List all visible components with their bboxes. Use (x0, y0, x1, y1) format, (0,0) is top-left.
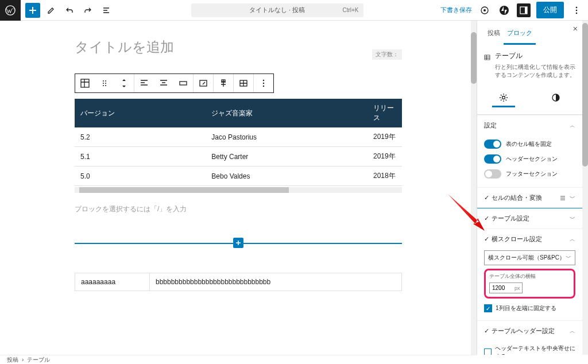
svg-point-8 (576, 12, 578, 14)
editor-scrollbar[interactable] (471, 21, 477, 355)
align-wide-icon[interactable] (173, 74, 193, 92)
character-count: 文字数： (372, 49, 402, 60)
settings-tab-icon[interactable] (492, 91, 515, 107)
wordpress-logo[interactable] (0, 0, 21, 21)
toolbar-left (0, 0, 114, 21)
table-row: 5.0Bebo Valdes2018年 (75, 166, 402, 186)
panel-table-settings[interactable]: テーブル設定﹀ (477, 208, 583, 229)
crumb-table[interactable]: テーブル (27, 356, 50, 364)
command-shortcut: Ctrl+K (342, 7, 358, 13)
svg-rect-23 (485, 55, 490, 60)
sidebar-scrollbar[interactable] (582, 21, 588, 355)
edit-tool-icon[interactable] (44, 3, 59, 18)
block-info: テーブル 行と列に構造化して情報を表示するコンテンツを作成します。 (477, 44, 582, 86)
width-annotation-highlight: テーブル全体の横幅 px (484, 269, 575, 299)
tab-post[interactable]: 投稿 (484, 26, 504, 44)
svg-rect-16 (180, 82, 187, 85)
block-description: 行と列に構造化して情報を表示するコンテンツを作成します。 (495, 63, 575, 79)
add-block-button[interactable] (25, 3, 40, 18)
settings-sidebar-toggle[interactable] (517, 3, 531, 17)
more-options-icon[interactable] (570, 3, 583, 17)
center-header-checkbox[interactable] (484, 348, 492, 355)
toggle-fixed-width[interactable] (484, 140, 501, 149)
editor-canvas: タイトルを追加 文字数： (0, 21, 477, 355)
table-row: 5.1Betty Carter2019年 (75, 147, 402, 166)
inspector-tabs (477, 86, 582, 115)
svg-point-14 (103, 85, 104, 86)
toolbar-center: タイトルなし · 投稿 Ctrl+K (114, 3, 440, 17)
jetpack-icon[interactable] (497, 3, 511, 17)
post-title-input[interactable]: タイトルを追加 (75, 38, 402, 56)
sidebar-tabs: 投稿 ブロック × (477, 21, 582, 44)
options-icon (559, 195, 566, 202)
svg-point-12 (103, 83, 104, 84)
settings-sidebar: 投稿 ブロック × テーブル 行と列に構造化して情報を表示するコンテンツを作成し… (477, 21, 588, 355)
styles-tab-icon[interactable] (544, 91, 567, 107)
panel-settings-header[interactable]: 設定︿ (477, 115, 582, 135)
svg-point-2 (483, 9, 486, 11)
svg-point-24 (502, 96, 505, 99)
svg-point-11 (105, 80, 106, 82)
table-header-cell[interactable]: バージョン (75, 99, 206, 127)
svg-point-6 (576, 6, 578, 8)
publish-button[interactable]: 公開 (536, 2, 564, 18)
align-left-icon[interactable] (134, 74, 154, 92)
document-title-bar[interactable]: タイトルなし · 投稿 Ctrl+K (191, 3, 363, 17)
panel-hscroll-settings[interactable]: 横スクロール設定︿ (477, 229, 582, 249)
data-table[interactable]: バージョン ジャズ音楽家 リリース 5.2Jaco Pastorius2019年… (75, 99, 402, 186)
drag-handle-icon[interactable] (95, 74, 114, 92)
align-center-icon[interactable] (154, 74, 173, 92)
svg-rect-17 (200, 80, 207, 86)
breadcrumb: 投稿 › テーブル (0, 355, 477, 364)
table-header-cell[interactable]: リリース (368, 99, 402, 127)
table-grid-icon[interactable] (234, 74, 253, 92)
svg-point-21 (263, 83, 264, 84)
svg-rect-9 (81, 79, 89, 87)
table-block-icon (484, 51, 490, 64)
document-title-text: タイトルなし · 投稿 (249, 6, 305, 14)
table-row: 5.2Jaco Pastorius2019年 (75, 127, 402, 147)
data-table-2[interactable]: aaaaaaaaabbbbbbbbbbbbbbbbbbbbbbbbbbbbbb (75, 273, 402, 291)
width-unit: px (514, 285, 520, 291)
svg-point-20 (263, 80, 264, 81)
insert-block-button[interactable] (233, 238, 243, 248)
toggle-header-section[interactable] (484, 154, 501, 164)
horizontal-scrollbar[interactable] (75, 187, 402, 193)
table-header-cell[interactable]: ジャズ音楽家 (206, 99, 368, 127)
svg-point-15 (105, 85, 106, 86)
move-arrows-icon[interactable] (114, 74, 134, 92)
save-draft-link[interactable]: 下書き保存 (440, 6, 472, 14)
svg-point-22 (263, 86, 264, 87)
svg-point-3 (500, 6, 509, 15)
svg-point-7 (576, 9, 578, 11)
table-row: aaaaaaaaabbbbbbbbbbbbbbbbbbbbbbbbbbbbbb (75, 273, 402, 291)
tab-block[interactable]: ブロック (504, 26, 536, 45)
width-field-label: テーブル全体の横幅 (489, 273, 570, 280)
close-sidebar-icon[interactable]: × (573, 24, 578, 33)
undo-button[interactable] (62, 3, 77, 18)
block-appender-hint[interactable]: ブロックを選択するには「/」を入力 (75, 204, 402, 214)
top-toolbar: タイトルなし · 投稿 Ctrl+K 下書き保存 公開 (0, 0, 588, 21)
block-type-icon[interactable] (75, 74, 95, 92)
crumb-post[interactable]: 投稿 (7, 356, 18, 364)
separator-block[interactable] (75, 243, 402, 244)
block-name: テーブル (495, 51, 575, 61)
fix-first-column-checkbox[interactable] (484, 304, 492, 312)
document-outline-icon[interactable] (99, 3, 114, 18)
panel-header-settings[interactable]: テーブルヘッダー設定︿ (477, 321, 582, 341)
hscroll-mode-select[interactable]: 横スクロール可能（SP&PC）﹀ (484, 250, 575, 265)
block-toolbar (75, 73, 274, 93)
svg-point-13 (105, 83, 106, 84)
column-icon[interactable] (214, 74, 233, 92)
panel-cell-merge[interactable]: セルの結合・変換﹀ (477, 188, 582, 208)
svg-rect-5 (525, 7, 527, 14)
cell-edit-icon[interactable] (194, 74, 213, 92)
more-block-options-icon[interactable] (254, 74, 273, 92)
redo-button[interactable] (80, 3, 95, 18)
svg-point-10 (103, 80, 104, 82)
toggle-footer-section[interactable] (484, 169, 501, 179)
preview-icon[interactable] (478, 3, 492, 17)
toolbar-right: 下書き保存 公開 (440, 2, 588, 18)
